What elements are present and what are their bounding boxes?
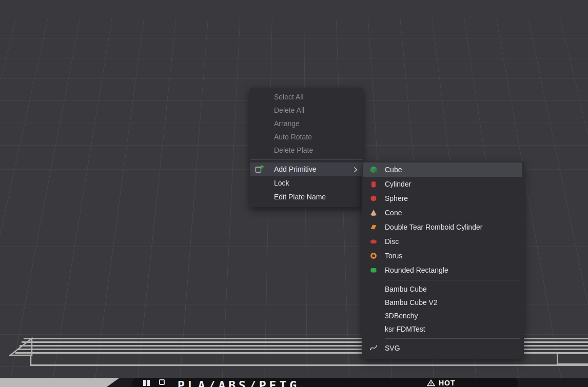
hot-label: HOT: [439, 379, 456, 387]
bottom-bar: PLA/ABS/PETG HOT: [0, 378, 588, 387]
submenu-item-svg[interactable]: SVG: [363, 341, 522, 355]
warning-triangle-icon: [427, 379, 435, 386]
submenu-separator: [385, 280, 520, 280]
menu-item-add-primitive[interactable]: Add Primitive: [250, 162, 363, 176]
menu-item-select-all: Select All: [250, 90, 363, 104]
app-logo-icon: [143, 379, 150, 386]
plate-marker-icon: [159, 379, 165, 385]
menu-item-delete-plate: Delete Plate: [250, 144, 363, 157]
cylinder-icon: [370, 180, 377, 188]
submenu-item-bambu-cube[interactable]: Bambu Cube: [363, 282, 522, 296]
submenu-item-sphere[interactable]: Sphere: [363, 191, 522, 206]
cone-icon: [370, 209, 377, 216]
plate-context-menu: Select All Delete All Arrange Auto Rotat…: [250, 88, 363, 207]
cube-icon: [370, 166, 377, 173]
plate-edge-line: [30, 364, 588, 366]
plate-corner-marker: [7, 336, 34, 366]
submenu-item-bambu-cube-v2[interactable]: Bambu Cube V2: [363, 296, 522, 309]
plate-type-label: PLA/ABS/PETG: [178, 379, 300, 387]
submenu-item-cylinder[interactable]: Cylinder: [363, 177, 522, 191]
hot-warning: HOT: [427, 379, 456, 387]
romboid-cylinder-icon: [370, 223, 377, 231]
menu-item-auto-rotate: Auto Rotate: [250, 130, 363, 144]
submenu-item-ksr-fdmtest[interactable]: ksr FDMTest: [363, 322, 522, 336]
add-primitive-icon: [255, 165, 264, 174]
menu-item-edit-plate-name[interactable]: Edit Plate Name: [250, 190, 363, 204]
submenu-item-3dbenchy[interactable]: 3DBenchy: [363, 309, 522, 322]
slicer-3d-viewport[interactable]: PLA/ABS/PETG HOT: [0, 0, 588, 387]
submenu-item-disc[interactable]: Disc: [363, 234, 522, 249]
menu-item-lock[interactable]: Lock: [250, 176, 363, 190]
menu-separator: [250, 159, 363, 160]
submenu-item-cube[interactable]: Cube: [363, 162, 522, 177]
plate-tab[interactable]: [0, 378, 134, 387]
rounded-rectangle-icon: [370, 267, 377, 274]
sphere-icon: [370, 195, 377, 202]
submenu-item-torus[interactable]: Torus: [363, 249, 522, 263]
plate-type-strip[interactable]: PLA/ABS/PETG HOT: [132, 378, 518, 387]
submenu-separator: [385, 338, 520, 339]
submenu-item-cone[interactable]: Cone: [363, 206, 522, 220]
add-primitive-submenu: Cube Cylinder Sphere: [362, 161, 524, 359]
svg-curve-icon: [370, 344, 377, 352]
plate-corner-box: [557, 353, 588, 365]
torus-icon: [370, 252, 377, 259]
disc-icon: [370, 238, 377, 245]
menu-item-arrange: Arrange: [250, 117, 363, 130]
submenu-arrow-icon: [354, 167, 358, 173]
menu-item-delete-all: Delete All: [250, 104, 363, 117]
submenu-item-rounded-rectangle[interactable]: Rounded Rectangle: [363, 263, 522, 277]
submenu-item-double-tear-romboid-cylinder[interactable]: Double Tear Romboid Cylinder: [363, 220, 522, 234]
